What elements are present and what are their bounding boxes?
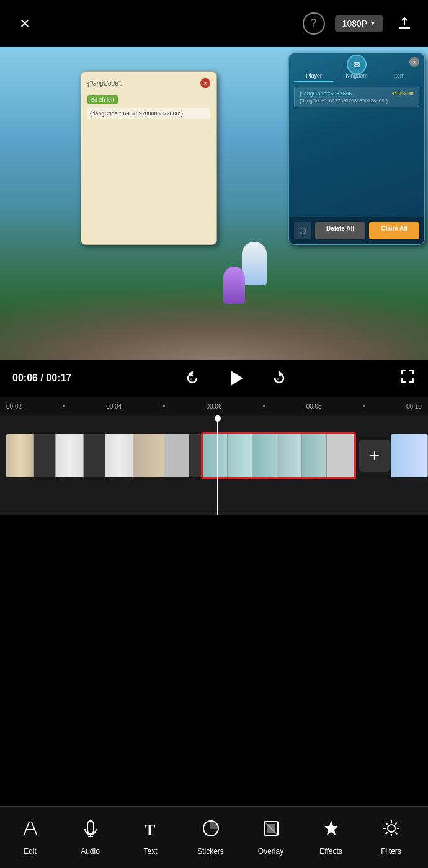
clip-thumb-1c — [56, 434, 84, 477]
svg-text:5: 5 — [277, 377, 279, 381]
timeline-dot — [63, 405, 65, 407]
timeline-area: 00:02 00:04 00:06 00:08 00:10 — [0, 397, 428, 415]
sel-thumb-6 — [327, 434, 354, 477]
toolbar-item-audio[interactable]: Audio — [60, 813, 120, 862]
time-mark-dot-1 — [163, 405, 165, 407]
blue-popup-icon: ✉ — [347, 55, 367, 74]
svg-line-16 — [264, 822, 278, 835]
toolbar-item-edit[interactable]: Edit — [0, 813, 60, 862]
effects-label: Effects — [319, 847, 342, 856]
blue-close-icon: × — [412, 59, 416, 66]
clip-thumb-1b — [34, 434, 56, 477]
stickers-label: Stickers — [197, 847, 224, 856]
timeline-dot — [263, 405, 265, 407]
play-button[interactable] — [226, 368, 246, 388]
time-display: 00:06 / 00:17 — [12, 373, 71, 384]
export-button[interactable] — [393, 12, 416, 35]
add-clip-icon: + — [370, 446, 380, 466]
export-icon — [397, 16, 412, 31]
parchment-close-button[interactable]: × — [200, 78, 210, 88]
rewind-icon: 5 — [184, 370, 201, 387]
time-separator: / — [38, 373, 46, 383]
mail-icon: ✉ — [353, 60, 360, 69]
text-label: Text — [143, 847, 157, 856]
quality-button[interactable]: 1080P ▼ — [335, 15, 383, 32]
overlay-icon — [262, 819, 280, 842]
parchment-close-icon: × — [203, 80, 207, 87]
edit-icon — [21, 819, 40, 842]
sel-thumb-5 — [302, 434, 327, 477]
filters-icon — [382, 819, 401, 842]
close-button[interactable]: × — [12, 11, 37, 36]
text-icon: T — [141, 819, 160, 842]
clips-area: + — [0, 415, 428, 515]
controls-center: 5 5 — [71, 368, 399, 388]
svg-line-25 — [395, 823, 397, 825]
tab-player[interactable]: Player — [294, 71, 334, 82]
blue-popup-close-button[interactable]: × — [409, 57, 419, 67]
add-clip-button[interactable]: + — [359, 440, 391, 472]
time-mark-dot-0 — [63, 405, 65, 407]
time-mark-4: 00:10 — [406, 403, 422, 410]
right-controls: ? 1080P ▼ — [303, 12, 416, 35]
svg-marker-17 — [324, 820, 339, 835]
clip-thumb-1f — [133, 434, 164, 477]
clip-thumb-1d — [84, 434, 105, 477]
timeline-marks: 00:02 00:04 00:06 00:08 00:10 — [0, 403, 428, 410]
blue-content: {'langCode':'6937696.... 44.2% left {"la… — [289, 87, 424, 107]
toolbar-item-text[interactable]: T Text — [120, 813, 181, 862]
toolbar-item-stickers[interactable]: Stickers — [181, 813, 241, 862]
fullscreen-button[interactable] — [399, 368, 416, 388]
rewind-button[interactable]: 5 — [184, 370, 201, 387]
delete-all-button[interactable]: Delete All — [315, 222, 365, 239]
blue-item-badge: 44.2% left — [391, 91, 414, 96]
time-mark-1: 00:04 — [106, 403, 122, 410]
time-mark-2: 00:06 — [206, 403, 221, 410]
svg-point-18 — [388, 825, 395, 832]
selected-clip[interactable] — [201, 432, 356, 479]
svg-line-26 — [385, 832, 387, 834]
sel-thumb-3 — [252, 434, 277, 477]
clip-thumb-1a — [6, 434, 34, 477]
svg-line-23 — [385, 823, 387, 825]
claim-all-button[interactable]: Claim All — [369, 222, 419, 239]
overlay-label: Overlay — [258, 847, 283, 856]
blue-list-item: {'langCode':'6937696.... 44.2% left {"la… — [294, 87, 419, 107]
play-icon — [226, 368, 246, 388]
clip-after[interactable] — [391, 434, 428, 477]
toolbar-item-filters[interactable]: Filters — [361, 813, 421, 862]
parchment-popup: {"langCode": × 5d 2h left {"langCode":"6… — [81, 71, 217, 245]
time-mark-0: 00:02 — [6, 403, 22, 410]
character-1 — [242, 242, 267, 285]
help-button[interactable]: ? — [303, 12, 325, 35]
parchment-title: {"langCode": — [87, 80, 122, 87]
forward-icon: 5 — [270, 370, 288, 387]
top-bar: × ? 1080P ▼ — [0, 0, 428, 46]
close-icon: × — [20, 15, 30, 32]
tab-item[interactable]: Item — [379, 71, 419, 82]
after-thumb — [391, 434, 428, 477]
audio-label: Audio — [81, 847, 100, 856]
stone-circle — [0, 236, 428, 360]
timeline-dot — [363, 405, 365, 407]
parchment-code: {"langCode":"693769708685072800"} — [87, 108, 210, 119]
time-mark-3: 00:08 — [306, 403, 322, 410]
timeline-dot — [163, 405, 165, 407]
blue-footer: ⬡ Delete All Claim All — [289, 217, 424, 244]
clip-thumb-1h — [189, 434, 201, 477]
forward-button[interactable]: 5 — [270, 370, 288, 387]
toolbar-item-overlay[interactable]: Overlay — [241, 813, 301, 862]
blue-item-title: {'langCode':'6937696.... 44.2% left — [300, 91, 414, 97]
stickers-icon — [202, 819, 220, 842]
parchment-header: {"langCode": × — [87, 78, 210, 88]
quality-label: 1080P — [342, 19, 367, 29]
total-time: 00:17 — [46, 373, 71, 383]
toolbar-item-effects[interactable]: Effects — [301, 813, 361, 862]
character-2 — [223, 267, 245, 304]
clip-1[interactable] — [6, 434, 201, 477]
blue-footer-icon: ⬡ — [294, 222, 311, 239]
time-mark-dot-3 — [363, 405, 365, 407]
filters-label: Filters — [381, 847, 401, 856]
bottom-toolbar: Edit Audio T Text Stickers — [0, 806, 428, 868]
svg-line-24 — [395, 832, 397, 834]
